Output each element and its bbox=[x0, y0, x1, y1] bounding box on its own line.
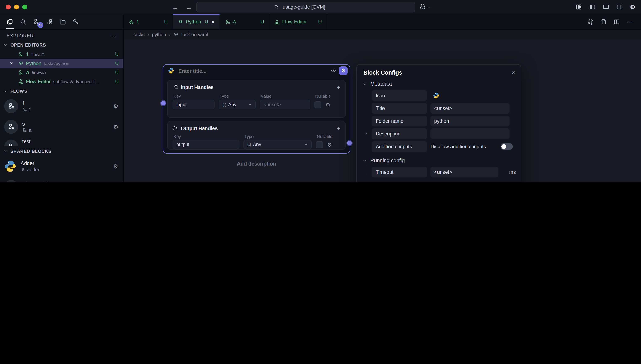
sync-icon[interactable] bbox=[587, 18, 594, 25]
command-center-search[interactable] bbox=[196, 2, 415, 12]
close-tab-icon[interactable]: × bbox=[212, 19, 215, 25]
keys-activity-icon[interactable] bbox=[73, 14, 79, 29]
settings-gear-icon[interactable]: ⚙ bbox=[630, 4, 635, 10]
close-window-button[interactable] bbox=[6, 4, 11, 10]
output-type-select[interactable]: {..}Any bbox=[243, 140, 312, 149]
search-input[interactable] bbox=[282, 4, 337, 10]
add-input-handle-button[interactable]: + bbox=[337, 84, 340, 91]
block-avatar bbox=[4, 180, 18, 182]
chevron-down-icon bbox=[304, 143, 308, 147]
open-editor-item[interactable]: 1 flows/1 U bbox=[0, 50, 123, 59]
node-input-port[interactable] bbox=[160, 100, 166, 106]
input-nullable-checkbox[interactable] bbox=[314, 101, 321, 108]
search-icon bbox=[274, 4, 279, 10]
flow-avatar bbox=[4, 99, 18, 113]
input-handle-gear-icon[interactable]: ⚙ bbox=[325, 102, 330, 108]
running-config-section-header[interactable]: Running config bbox=[357, 154, 521, 165]
block-configs-panel: Block Configs × Metadata Icon Title bbox=[356, 64, 521, 182]
split-editor-icon[interactable] bbox=[613, 18, 620, 25]
tab-flow-1[interactable]: 1 U bbox=[124, 14, 173, 29]
explorer-more-icon[interactable]: ··· bbox=[112, 33, 117, 38]
breadcrumb-file[interactable]: task.oo.yaml bbox=[181, 32, 208, 37]
output-handles-card: Output Handles + Key Type Nullable outpu… bbox=[167, 121, 346, 150]
breadcrumb-item[interactable]: python bbox=[152, 32, 166, 37]
tab-label: Python bbox=[186, 19, 201, 25]
minimize-window-button[interactable] bbox=[14, 4, 19, 10]
flow-icon bbox=[18, 70, 24, 75]
block-settings-gear-icon[interactable]: ⚙ bbox=[113, 163, 118, 170]
flow-icon bbox=[129, 19, 134, 24]
node-title-input[interactable] bbox=[178, 67, 328, 74]
open-preview-icon[interactable] bbox=[600, 18, 607, 25]
tab-python[interactable]: Python U × bbox=[173, 14, 220, 29]
input-type-select[interactable]: {..}Any bbox=[219, 100, 256, 109]
input-handle-icon bbox=[173, 84, 178, 90]
mascot-icon bbox=[419, 4, 426, 10]
flow-settings-gear-icon[interactable]: ⚙ bbox=[113, 103, 118, 110]
node-settings-gear-button[interactable]: ⚙ bbox=[339, 66, 348, 75]
maximize-window-button[interactable] bbox=[22, 4, 27, 10]
open-editor-item-selected[interactable]: × Python tasks/python U bbox=[0, 59, 123, 68]
input-value-field[interactable]: <unset> bbox=[260, 100, 310, 109]
shared-block-item[interactable]: Adder adder ⚙ bbox=[0, 156, 123, 177]
search-activity-icon[interactable] bbox=[20, 14, 26, 29]
flow-list-item[interactable]: s a ⚙ bbox=[0, 116, 123, 137]
flow-list-item[interactable]: 1 1 ⚙ bbox=[0, 96, 123, 116]
tab-flow-editor[interactable]: Flow Editor U bbox=[269, 14, 327, 29]
open-editor-item[interactable]: Flow Editor subflows/advanced-fl... U bbox=[0, 77, 123, 86]
python-icon[interactable] bbox=[433, 92, 440, 99]
flow-list-item[interactable]: test bbox=[0, 137, 123, 146]
flow-settings-gear-icon[interactable]: ⚙ bbox=[113, 124, 118, 130]
modified-badge: U bbox=[115, 79, 119, 84]
flow-avatar bbox=[4, 140, 18, 146]
flow-icon bbox=[22, 107, 27, 112]
output-nullable-checkbox[interactable] bbox=[316, 141, 323, 148]
forward-icon[interactable]: → bbox=[186, 4, 192, 10]
toggle-secondary-sidebar-icon[interactable] bbox=[616, 4, 623, 10]
disallow-additional-inputs-toggle[interactable] bbox=[500, 144, 513, 150]
open-editors-header[interactable]: OPEN EDITORS bbox=[0, 40, 123, 50]
shared-blocks-section-header[interactable]: SHARED BLOCKS bbox=[0, 146, 123, 156]
executor-section-header[interactable]: Executor bbox=[357, 180, 521, 182]
explorer-activity-icon[interactable] bbox=[7, 14, 13, 29]
node-output-port[interactable] bbox=[346, 140, 353, 146]
blocks-activity-icon[interactable] bbox=[46, 14, 53, 29]
input-key-field[interactable]: input bbox=[173, 100, 215, 109]
timeout-value-field[interactable]: <unset> bbox=[430, 167, 498, 178]
description-value-field[interactable] bbox=[430, 129, 510, 140]
flows-activity-icon[interactable]: 43 bbox=[33, 14, 40, 29]
folder-activity-icon[interactable] bbox=[59, 14, 66, 29]
config-row-title: Title <unset> bbox=[357, 103, 521, 114]
toggle-sidebar-icon[interactable] bbox=[589, 4, 596, 10]
flows-section-header[interactable]: FLOWS bbox=[0, 86, 123, 96]
row-label: Icon bbox=[372, 90, 427, 101]
folder-value-field[interactable]: python bbox=[430, 116, 510, 126]
output-handle-gear-icon[interactable]: ⚙ bbox=[327, 142, 332, 148]
window-controls bbox=[6, 4, 27, 10]
block-node-card[interactable]: </> ⚙ Input Handles + Key Type Value bbox=[163, 64, 350, 154]
breadcrumb-item[interactable]: tasks bbox=[134, 32, 145, 37]
back-icon[interactable]: ← bbox=[172, 4, 178, 10]
expand-description-icon[interactable] bbox=[364, 132, 368, 136]
customize-layout-icon[interactable] bbox=[576, 4, 582, 10]
flow-canvas[interactable]: </> ⚙ Input Handles + Key Type Value bbox=[124, 39, 641, 182]
shared-block-item[interactable]: advanced-flow advanced-flow ⚙ bbox=[0, 177, 123, 182]
close-icon[interactable]: × bbox=[10, 60, 13, 66]
modified-badge: U bbox=[115, 70, 119, 75]
toggle-panel-icon[interactable] bbox=[603, 4, 609, 10]
python-icon bbox=[168, 68, 174, 74]
add-description-button[interactable]: Add description bbox=[163, 161, 350, 167]
add-output-handle-button[interactable]: + bbox=[337, 125, 340, 132]
mascot-menu[interactable] bbox=[419, 4, 431, 10]
row-label: Title bbox=[372, 103, 427, 114]
metadata-section-header[interactable]: Metadata bbox=[357, 78, 521, 88]
tab-flow-a[interactable]: A U bbox=[220, 14, 269, 29]
org-chart-icon bbox=[18, 79, 24, 84]
title-value-field[interactable]: <unset> bbox=[430, 103, 510, 114]
activity-bar: 43 bbox=[0, 14, 124, 29]
close-panel-icon[interactable]: × bbox=[512, 70, 515, 76]
code-view-icon[interactable]: </> bbox=[331, 68, 336, 73]
more-actions-icon[interactable]: ··· bbox=[626, 18, 634, 26]
open-editor-item[interactable]: A flows/a U bbox=[0, 68, 123, 77]
output-key-field[interactable]: output bbox=[173, 140, 239, 149]
